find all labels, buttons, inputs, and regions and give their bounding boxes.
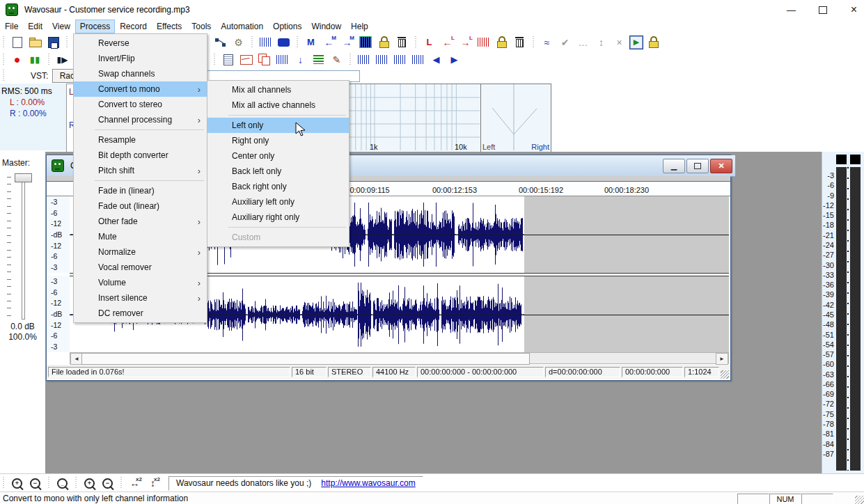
statistics-icon[interactable] — [238, 52, 254, 67]
marker-previous-icon[interactable]: ←M — [321, 35, 337, 49]
zoom-in-alt-icon[interactable]: + — [81, 476, 97, 491]
envelope-vertical-icon[interactable]: ↕ — [593, 35, 609, 49]
master-slider-handle[interactable] — [15, 173, 32, 182]
menu-item-right-only[interactable]: Right only — [207, 133, 349, 148]
menu-item-auxiliary-left-only[interactable]: Auxiliary left only — [207, 194, 349, 210]
contract-selection-icon[interactable] — [376, 55, 388, 64]
minimize-button[interactable]: — — [776, 0, 807, 19]
waveform-solid-icon[interactable] — [278, 38, 290, 47]
resize-grip[interactable] — [855, 496, 864, 504]
envelope-delete-icon[interactable]: × — [611, 35, 627, 49]
scrollbar-thumb[interactable] — [81, 353, 530, 365]
menubar-item-tools[interactable]: Tools — [187, 19, 216, 33]
marker-next-icon[interactable]: →M — [339, 35, 355, 49]
menu-item-custom[interactable]: Custom — [207, 230, 349, 245]
scroll-right-button[interactable]: ► — [716, 353, 728, 365]
waveform-outline-icon[interactable] — [260, 38, 272, 47]
expand-selection-icon[interactable] — [394, 55, 406, 64]
envelope-points-icon[interactable]: ≈ — [539, 35, 555, 49]
marker-selection-icon[interactable] — [359, 36, 372, 48]
loop-previous-icon[interactable]: ←L — [439, 35, 455, 49]
zoom-wave-vertical-icon[interactable] — [358, 55, 370, 64]
editor-resize-grip[interactable] — [721, 370, 729, 379]
pencil-edit-icon[interactable]: ✎ — [329, 52, 345, 67]
marker-lock-icon[interactable] — [376, 35, 392, 49]
next-view-icon[interactable]: ▶ — [446, 52, 462, 67]
zoom-out-icon[interactable]: − — [27, 476, 43, 491]
marker-delete-icon[interactable] — [394, 35, 410, 49]
menu-item-convert-to-stereo[interactable]: Convert to stereo — [74, 97, 207, 112]
selection-bounds-icon[interactable] — [412, 55, 424, 64]
menu-item-normalize[interactable]: Normalize› — [74, 244, 207, 260]
play-from-cursor-icon[interactable]: ▮▶ — [54, 52, 70, 67]
menu-item-back-right-only[interactable]: Back right only — [207, 179, 349, 194]
menu-item-mute[interactable]: Mute — [74, 229, 207, 244]
marker-m-icon[interactable]: M — [303, 35, 319, 49]
text-report-icon[interactable] — [220, 52, 236, 67]
menu-item-channel-processing[interactable]: Channel processing› — [74, 112, 207, 127]
loop-lock-icon[interactable] — [494, 35, 510, 49]
menu-item-invert-flip[interactable]: Invert/Flip — [74, 51, 207, 66]
menubar-item-help[interactable]: Help — [346, 19, 373, 33]
zoom-x2-horizontal-icon[interactable]: ↔x2 — [127, 476, 143, 491]
loop-selection-icon[interactable] — [478, 38, 489, 47]
zoom-out-alt-icon[interactable]: − — [100, 476, 116, 491]
zoom-selection-icon[interactable]: _ — [54, 476, 70, 491]
menu-item-fade-in-linear[interactable]: Fade in (linear) — [74, 183, 207, 198]
copy-pages-icon[interactable] — [256, 52, 272, 67]
envelope-lock-icon[interactable] — [645, 35, 661, 49]
menu-item-insert-silence[interactable]: Insert silence› — [74, 290, 207, 306]
new-file-icon[interactable] — [9, 35, 25, 49]
menu-item-mix-all-active-channels[interactable]: Mix all active channels — [207, 97, 349, 113]
menu-item-reverse[interactable]: Reverse — [74, 36, 207, 51]
menubar-item-options[interactable]: Options — [268, 19, 306, 33]
pause-icon[interactable]: ▮▮ — [27, 52, 43, 67]
menu-item-dc-remover[interactable]: DC remover — [74, 306, 207, 321]
record-icon[interactable]: ● — [9, 52, 25, 67]
tools-wrench-icon[interactable]: ⚙ — [230, 35, 246, 49]
menu-item-mix-all-channels[interactable]: Mix all channels — [207, 82, 349, 97]
waveform-stats-icon[interactable] — [276, 55, 288, 64]
menubar-item-effects[interactable]: Effects — [152, 19, 187, 33]
loop-delete-icon[interactable] — [512, 35, 528, 49]
editor-minimize-button[interactable]: ▁ — [663, 159, 685, 173]
menubar-item-file[interactable]: File — [0, 19, 23, 33]
master-slider-track[interactable] — [22, 175, 25, 320]
loop-next-icon[interactable]: →L — [457, 35, 473, 49]
menu-item-swap-channels[interactable]: Swap channels — [74, 66, 207, 81]
menu-item-auxiliary-right-only[interactable]: Auxiliary right only — [207, 210, 349, 225]
menu-item-volume[interactable]: Volume› — [74, 275, 207, 290]
menu-item-pitch-shift[interactable]: Pitch shift› — [74, 163, 207, 178]
batch-connections-icon[interactable] — [212, 35, 228, 49]
menu-item-fade-out-linear[interactable]: Fade out (linear) — [74, 198, 207, 214]
menu-item-left-only[interactable]: Left only — [207, 118, 349, 133]
maximize-button[interactable] — [807, 0, 838, 19]
play-envelope-icon[interactable]: ▶ — [629, 36, 643, 49]
loop-l-icon[interactable]: L — [421, 35, 437, 49]
editor-restore-button[interactable] — [686, 159, 709, 173]
menubar-item-window[interactable]: Window — [306, 19, 346, 33]
envelope-apply-icon[interactable]: ✔ — [557, 35, 573, 49]
menubar-item-edit[interactable]: Edit — [23, 19, 47, 33]
previous-view-icon[interactable]: ◀ — [428, 52, 444, 67]
menu-item-center-only[interactable]: Center only — [207, 148, 349, 164]
close-button[interactable]: × — [838, 0, 864, 19]
horizontal-scrollbar[interactable]: ◄ ► — [70, 352, 729, 364]
zoom-x2-vertical-icon[interactable]: ↕x2 — [145, 476, 161, 491]
menu-item-convert-to-mono[interactable]: Convert to mono› — [74, 81, 207, 97]
interpolate-icon[interactable]: ↓ — [292, 52, 308, 67]
save-file-icon[interactable] — [45, 35, 61, 49]
menubar-item-automation[interactable]: Automation — [216, 19, 268, 33]
open-file-icon[interactable] — [27, 35, 43, 49]
zoom-in-icon[interactable]: + — [9, 476, 25, 491]
menu-item-resample[interactable]: Resample — [74, 132, 207, 148]
menu-item-bit-depth-converter[interactable]: Bit depth converter — [74, 148, 207, 163]
menubar-item-view[interactable]: View — [47, 19, 75, 33]
menubar-item-process[interactable]: Process — [75, 19, 115, 33]
envelope-line-icon[interactable]: … — [575, 35, 591, 49]
wavosaur-link[interactable]: http://www.wavosaur.com — [321, 478, 415, 488]
editor-close-button[interactable]: ✕ — [710, 159, 732, 173]
playlist-icon[interactable] — [313, 55, 324, 64]
menu-item-vocal-remover[interactable]: Vocal remover — [74, 260, 207, 275]
menu-item-back-left-only[interactable]: Back left only — [207, 164, 349, 179]
